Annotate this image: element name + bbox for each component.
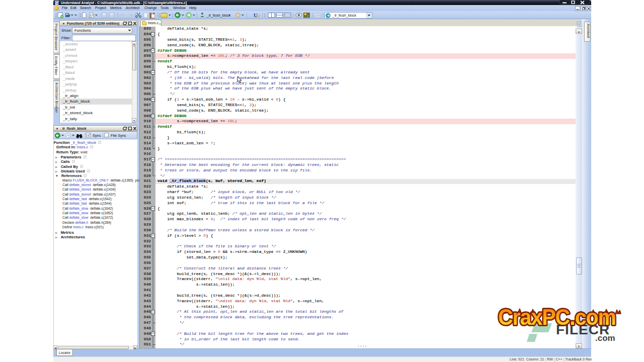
svg-text:CraxPC.com: CraxPC.com [498,305,616,329]
svg-text:.com: .com [595,333,615,343]
svg-text:_tr_flush_block: _tr_flush_block [206,14,231,18]
svg-text:U: U [254,12,258,18]
